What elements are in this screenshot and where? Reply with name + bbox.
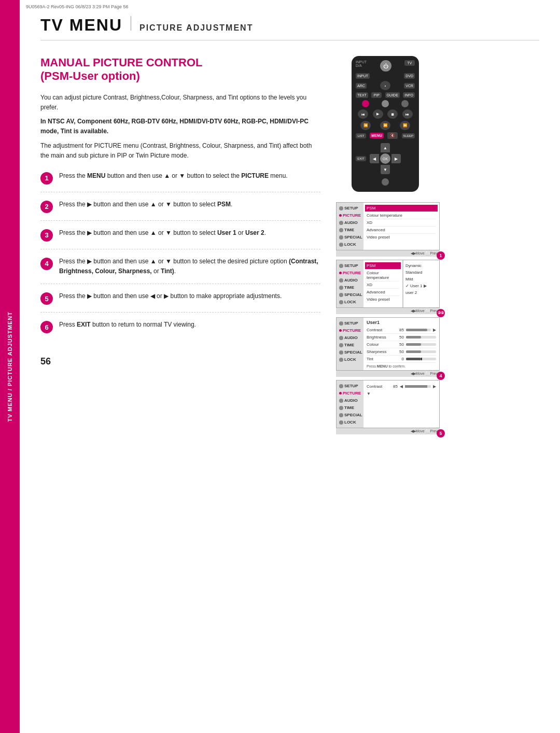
panel-3-tint-row: Tint 0	[367, 356, 436, 363]
exit-button[interactable]: EXIT	[356, 156, 366, 161]
panel-3-colour-label: Colour	[367, 342, 393, 347]
step-1: 1 Press the MENU button and then use ▲ o…	[40, 171, 320, 192]
left-column: MANUAL PICTURE CONTROL (PSM-User option)…	[40, 56, 320, 434]
mute-button[interactable]: 🔇	[387, 132, 398, 139]
step-6: 6 Press EXIT button to return to normal …	[40, 320, 320, 341]
panel-3-sidebar-picture: PICTURE	[338, 327, 362, 334]
rew-button[interactable]: ⏪	[360, 121, 371, 130]
dpad-down[interactable]: ▼	[381, 165, 390, 174]
section-title-line2: (PSM-User option)	[40, 69, 320, 83]
rew2-button[interactable]: ⏩	[380, 121, 390, 130]
vcr-button[interactable]: VCR	[404, 83, 415, 89]
panel-2-sidebar: SETUP PICTURE AUDIO TIME SPECIAL LOCK	[337, 260, 363, 307]
panel-3-contrast-val: 85	[395, 328, 404, 332]
list-button[interactable]: LIST	[356, 133, 366, 138]
panel-4-contrast-val: 85	[389, 384, 398, 389]
panel-2-badge: ②⑤	[437, 309, 445, 317]
panel-1-sidebar-time: TIME	[338, 227, 362, 233]
panel-2-sidebar-time: TIME	[338, 284, 362, 291]
panel-4-content: Contrast 85 ◀ ▶ ▼	[363, 380, 439, 428]
section-title: MANUAL PICTURE CONTROL (PSM-User option)	[40, 56, 320, 83]
panel-4-sidebar: SETUP PICTURE AUDIO TIME SPECIAL LOCK	[337, 380, 363, 428]
step-text-3: Press the ▶ button and then use ▲ or ▼ b…	[59, 228, 266, 238]
prev-button[interactable]: ⏮	[358, 109, 368, 119]
panel-1-psm: PSM	[365, 205, 438, 212]
panel-2: SETUP PICTURE AUDIO TIME SPECIAL LOCK PS…	[336, 260, 440, 308]
panel-2-sidebar-setup: SETUP	[338, 262, 362, 269]
panel-1-footer: ◀▶Move ⬜Prev	[336, 250, 440, 257]
input-button[interactable]: INPUT	[356, 73, 370, 79]
play-button[interactable]: ▶	[373, 109, 383, 119]
step-num-2: 2	[40, 201, 53, 213]
panel-1-sidebar-picture: PICTURE	[338, 212, 362, 219]
power-button[interactable]: ⏻	[380, 60, 391, 72]
panel-3-badge: 4	[437, 372, 445, 380]
dpad-left[interactable]: ◀	[370, 154, 379, 163]
right-column: INPUTD/A ⏻ TV INPUT DVD ARC • VCR	[336, 56, 440, 434]
panel-2-wrap: SETUP PICTURE AUDIO TIME SPECIAL LOCK PS…	[336, 260, 440, 314]
step-text-2: Press the ▶ button and then use ▲ or ▼ b…	[59, 200, 232, 209]
panel-2-colour-temp: Colour temperature	[367, 270, 399, 281]
section-title-line1: MANUAL PICTURE CONTROL	[40, 56, 320, 69]
ff-button[interactable]: ⏩	[400, 121, 410, 130]
guide-button[interactable]: GUIDE	[385, 92, 400, 98]
panel-4: SETUP PICTURE AUDIO TIME SPECIAL LOCK Co…	[336, 380, 440, 428]
panel-1-sidebar: SETUP PICTURE AUDIO TIME SPECIAL LOCK	[337, 203, 363, 250]
menu-button[interactable]: MENU	[370, 133, 384, 138]
panel-3-footer: ◀▶Move ⬜Prev	[336, 371, 440, 377]
step-num-5: 5	[40, 292, 53, 305]
panel-3-tint-val: 0	[395, 357, 404, 361]
panel-3-tint-bar	[406, 358, 436, 360]
panel-4-sidebar-audio: AUDIO	[338, 397, 362, 404]
panel-3-tint-label: Tint	[367, 357, 393, 361]
panel-1-video-preset: Video preset	[367, 234, 436, 241]
dpad-right[interactable]: ▶	[391, 154, 401, 163]
panel-4-sidebar-setup: SETUP	[338, 383, 362, 389]
panel-2-advanced: Advanced	[367, 289, 399, 296]
panel-3-colour-val: 50	[395, 342, 404, 347]
remote-illustration: INPUTD/A ⏻ TV INPUT DVD ARC • VCR	[336, 56, 435, 192]
step-num-3: 3	[40, 229, 53, 242]
dpad-up[interactable]: ▲	[381, 143, 390, 152]
pip-button[interactable]: PIP	[371, 92, 382, 98]
panel-1-wrap: SETUP PICTURE AUDIO TIME SPECIAL LOCK PS…	[336, 202, 440, 257]
header-tv: TV MENU	[40, 16, 122, 35]
panel-3-contrast-row: Contrast 85 ▶	[367, 327, 436, 334]
panel-4-badge: 5	[437, 429, 445, 438]
panel-2-psm: PSM	[365, 262, 401, 270]
tv-button[interactable]: TV	[404, 60, 415, 66]
panel-2-mild: Mild	[405, 276, 437, 283]
step-num-4: 4	[40, 258, 53, 270]
panel-3-contrast-bar	[406, 329, 431, 331]
panel-2-sidebar-picture: PICTURE	[338, 270, 362, 276]
next-button[interactable]: ⏭	[402, 109, 413, 119]
step-2: 2 Press the ▶ button and then use ▲ or ▼…	[40, 200, 320, 221]
panel-3-brightness-row: Brightness 50	[367, 334, 436, 341]
panel-3-content: User1 Contrast 85 ▶ Brightness 50	[363, 318, 439, 370]
sidebar-label: TV MENU / PICTURE ADJUSTMENT	[7, 312, 13, 422]
arc-button[interactable]: ARC	[356, 83, 367, 89]
panel-3-sidebar: SETUP PICTURE AUDIO TIME SPECIAL LOCK	[337, 318, 363, 370]
remote: INPUTD/A ⏻ TV INPUT DVD ARC • VCR	[352, 56, 419, 192]
intro-para-3: The adjustment for PICTURE menu (Contras…	[40, 141, 320, 161]
panel-4-contrast-bar	[405, 385, 431, 388]
text-button[interactable]: TEXT	[356, 92, 368, 98]
panel-2-dynamic: Dynamic	[405, 262, 437, 269]
panel-3-sidebar-setup: SETUP	[338, 320, 362, 327]
panel-2-right: Dynamic Standard Mild User 1 user 2	[403, 260, 439, 307]
intro-para-1: You can adjust picture Contrast, Brightn…	[40, 93, 320, 112]
ok-button[interactable]: OK	[380, 153, 390, 164]
info-button[interactable]: INFO	[403, 92, 415, 98]
sleep-button[interactable]: SLEEP	[402, 133, 415, 138]
panel-3-sidebar-time: TIME	[338, 342, 362, 348]
menu-panels: SETUP PICTURE AUDIO TIME SPECIAL LOCK PS…	[336, 202, 440, 434]
panel-3-sidebar-special: SPECIAL	[338, 349, 362, 356]
panel-4-footer: ◀▶Move ⬜Prev	[336, 428, 440, 434]
dvd-button[interactable]: DVD	[404, 73, 415, 79]
panel-3-confirm: Press MENU to confirm.	[367, 364, 436, 368]
stop-button[interactable]: ⏹	[387, 109, 398, 119]
panel-1-sidebar-special: SPECIAL	[338, 234, 362, 241]
dot-button[interactable]: •	[380, 81, 390, 90]
panel-1-colour-temp: Colour temperature	[367, 212, 436, 219]
panel-3: SETUP PICTURE AUDIO TIME SPECIAL LOCK Us…	[336, 317, 440, 371]
